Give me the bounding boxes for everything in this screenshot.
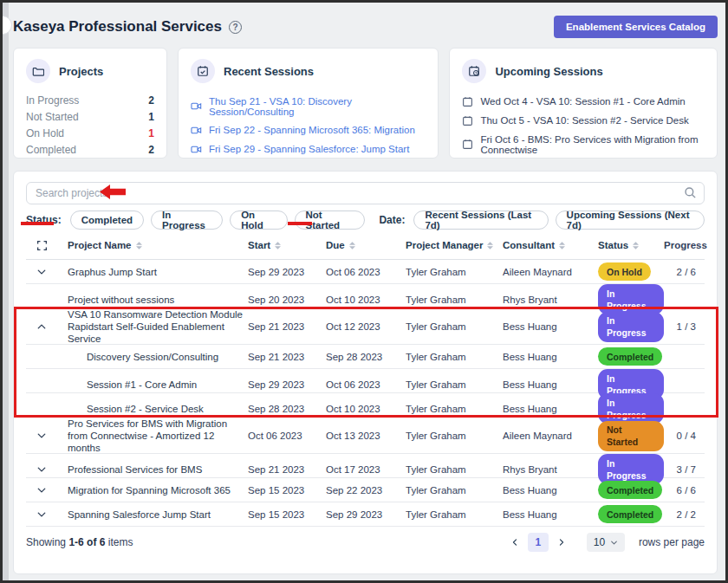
project-manager: Tyler Graham	[400, 266, 497, 278]
column-header-project-manager[interactable]: Project Manager	[400, 240, 497, 250]
stat-value: 1	[148, 111, 154, 123]
filter-chip-upcoming-sessions[interactable]: Upcoming Sessions (Next 7d)	[556, 211, 705, 230]
column-header-due[interactable]: Due	[322, 240, 400, 250]
progress: 2 / 6	[664, 266, 705, 278]
chevron-down-icon[interactable]	[26, 509, 57, 520]
chevron-down-icon[interactable]	[26, 267, 57, 277]
upcoming-session-item: Wed Oct 4 - VSA 10: Session #1 - Core Ad…	[462, 92, 705, 111]
recent-session-text: Fri Sep 29 - Spanning Salesforce: Jump S…	[209, 144, 409, 154]
projects-table: Project Name Start Due Project Manager C…	[26, 231, 705, 527]
status-badge: In Progress	[598, 393, 664, 424]
sort-icon	[275, 242, 281, 249]
start-date: Sep 21 2023	[244, 321, 322, 333]
previous-page-button[interactable]	[507, 534, 523, 550]
progress: 6 / 6	[664, 484, 705, 496]
showing-items-text: Showing 1-6 of 6 items	[26, 536, 133, 548]
column-header-start[interactable]: Start	[244, 240, 322, 250]
consultant: Bess Huang	[497, 379, 591, 391]
date-filter-label: Date:	[379, 214, 405, 226]
session-name: Session #2 - Service Desk	[57, 403, 244, 415]
filter-chip-recent-sessions[interactable]: Recent Sessions (Last 7d)	[413, 211, 548, 230]
column-header-consultant[interactable]: Consultant	[497, 240, 591, 250]
filter-chip-on-hold[interactable]: On Hold	[230, 211, 287, 230]
table-row: Professional Services for BMS Sep 21 202…	[26, 454, 705, 478]
due-date: Sep 29 2023	[322, 509, 400, 521]
app-window: Kaseya Professional Services ? Enablemen…	[0, 0, 728, 583]
expand-all-icon[interactable]	[26, 240, 57, 251]
consultant: Aileen Maynard	[497, 430, 591, 442]
session-row: Session #1 - Core Admin Sep 29 2023 Oct …	[26, 369, 705, 393]
consultant: Rhys Bryant	[497, 294, 591, 306]
consultant: Bess Huang	[497, 351, 591, 363]
pagination: 1 10 rows per page	[507, 533, 705, 552]
stat-row: Not Started 1	[26, 108, 154, 125]
sort-icon	[633, 242, 639, 249]
column-header-project-name[interactable]: Project Name	[57, 240, 244, 250]
calendar-icon	[462, 139, 473, 150]
project-manager: Tyler Graham	[400, 351, 497, 363]
due-date: Oct 17 2023	[322, 463, 400, 476]
table-row-expanded: VSA 10 Ransomware Detection Module Rapid…	[26, 308, 705, 345]
upcoming-session-text: Thu Oct 5 - VSA 10: Session #2 - Service…	[480, 115, 688, 126]
table-row: Spanning Salesforce Jump Start Sep 15 20…	[26, 502, 705, 527]
consultant: Bess Huang	[497, 509, 591, 521]
due-date: Oct 13 2023	[322, 430, 400, 442]
sort-icon	[559, 242, 565, 249]
table-row: Pro Services for BMS with Migration from…	[26, 418, 705, 454]
column-header-status[interactable]: Status	[591, 240, 664, 250]
rows-per-page-select[interactable]: 10	[587, 533, 625, 552]
due-date: Oct 12 2023	[322, 321, 400, 333]
chevron-down-icon[interactable]	[26, 431, 57, 441]
chevron-down-icon[interactable]	[26, 485, 57, 496]
chevron-right-icon	[557, 538, 566, 547]
chevron-up-icon[interactable]	[26, 321, 57, 332]
status-badge: On Hold	[598, 262, 651, 281]
stat-value: 2	[148, 94, 154, 107]
sort-icon	[349, 242, 355, 249]
search-input[interactable]	[26, 182, 705, 204]
due-date: Oct 10 2023	[322, 294, 400, 306]
video-icon	[191, 125, 202, 136]
filter-chip-completed[interactable]: Completed	[70, 211, 144, 230]
session-row: Discovery Session/Consulting Sep 21 2023…	[26, 345, 705, 369]
progress: 0 / 4	[664, 430, 705, 442]
page-number[interactable]: 1	[528, 533, 549, 552]
start-date: Sep 20 2023	[244, 294, 322, 306]
session-row: Session #2 - Service Desk Sep 28 2023 Oc…	[26, 393, 705, 418]
project-manager: Tyler Graham	[400, 430, 497, 442]
next-page-button[interactable]	[554, 534, 569, 550]
session-name: Discovery Session/Consulting	[57, 351, 244, 363]
recent-session-link[interactable]: Fri Sep 22 - Spanning Microsoft 365: Mig…	[191, 120, 426, 139]
chevron-down-icon	[610, 539, 618, 547]
stat-label: In Progress	[26, 94, 79, 107]
status-filter-label: Status:	[26, 214, 62, 226]
chevron-down-icon[interactable]	[26, 464, 57, 475]
table-row: Migration for Spanning Microsoft 365 Sep…	[26, 478, 705, 502]
progress: 2 / 2	[664, 509, 705, 521]
start-date: Sep 29 2023	[244, 379, 322, 391]
stat-row: On Hold 1	[26, 125, 154, 141]
status-badge: In Progress	[598, 312, 664, 342]
consultant: Bess Huang	[497, 403, 591, 415]
enablement-services-catalog-button[interactable]: Enablement Services Catalog	[554, 16, 718, 38]
upcoming-sessions-card: Upcoming Sessions Wed Oct 4 - VSA 10: Se…	[449, 48, 718, 159]
due-date: Oct 06 2023	[322, 379, 400, 391]
recent-session-link[interactable]: Thu Sep 21 - VSA 10: Discovery Session/C…	[191, 92, 426, 120]
project-name: Spanning Salesforce Jump Start	[57, 509, 244, 521]
upcoming-session-item: Thu Oct 5 - VSA 10: Session #2 - Service…	[462, 111, 705, 130]
projects-panel: Status: Completed In Progress On Hold No…	[13, 171, 718, 574]
status-badge: In Progress	[598, 284, 664, 314]
due-date: Sep 28 2023	[322, 351, 400, 363]
filter-chip-not-started[interactable]: Not Started	[295, 211, 366, 230]
filter-chip-in-progress[interactable]: In Progress	[151, 211, 223, 230]
upcoming-session-text: Fri Oct 6 - BMS: Pro Services with Migra…	[480, 134, 705, 155]
stat-row: Completed 2	[26, 141, 154, 158]
start-date: Sep 15 2023	[244, 509, 322, 521]
search-icon[interactable]	[684, 186, 697, 199]
help-icon[interactable]: ?	[229, 21, 242, 34]
upcoming-sessions-title: Upcoming Sessions	[495, 65, 602, 78]
project-name: Project without sessions	[57, 294, 244, 306]
upcoming-session-text: Wed Oct 4 - VSA 10: Session #1 - Core Ad…	[480, 96, 685, 107]
recent-session-link[interactable]: Fri Sep 29 - Spanning Salesforce: Jump S…	[191, 139, 426, 159]
consultant: Aileen Maynard	[497, 266, 591, 278]
